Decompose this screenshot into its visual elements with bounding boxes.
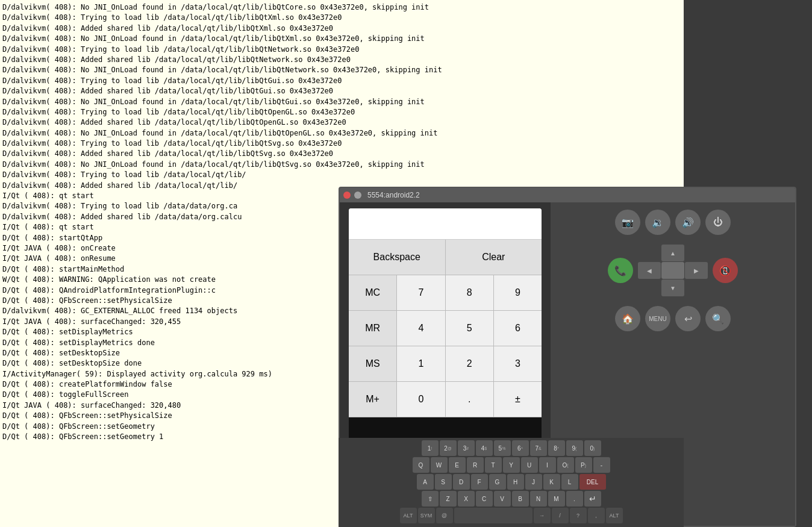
volume-up-button[interactable]: 🔊 bbox=[675, 210, 701, 235]
calc-row-456: MR 4 5 6 bbox=[349, 311, 542, 346]
mr-button[interactable]: MR bbox=[349, 311, 397, 346]
key-i[interactable]: I bbox=[539, 457, 556, 473]
key-sym[interactable]: SYM bbox=[418, 508, 435, 523]
key-z[interactable]: Z bbox=[440, 491, 457, 507]
search-button[interactable]: 🔍 bbox=[705, 306, 731, 331]
home-button[interactable]: 🏠 bbox=[615, 306, 640, 331]
key-alt-right[interactable]: ALT bbox=[606, 508, 623, 523]
key-y[interactable]: Y bbox=[503, 457, 520, 473]
backspace-button[interactable]: Backspace bbox=[349, 240, 446, 275]
key-v[interactable]: V bbox=[494, 491, 511, 507]
key-question[interactable]: ? bbox=[570, 508, 587, 523]
terminal-line: D/dalvikvm( 408): No JNI_OnLoad found in… bbox=[2, 160, 681, 170]
three-button[interactable]: 3 bbox=[494, 346, 542, 381]
one-button[interactable]: 1 bbox=[397, 346, 445, 381]
end-call-button[interactable]: 📵 bbox=[713, 258, 738, 283]
terminal-line: D/dalvikvm( 408): Added shared lib /data… bbox=[2, 149, 681, 159]
volume-down-button[interactable]: 🔉 bbox=[645, 210, 670, 235]
key-q[interactable]: Q bbox=[413, 457, 429, 473]
key-d[interactable]: D bbox=[453, 474, 470, 490]
back-button[interactable]: ↩ bbox=[675, 306, 701, 331]
dot-button[interactable]: . bbox=[446, 382, 494, 417]
key-enter[interactable]: ↵ bbox=[584, 491, 601, 507]
key-8[interactable]: 8* bbox=[548, 440, 565, 456]
key-j[interactable]: J bbox=[525, 474, 542, 490]
key-2[interactable]: 2@ bbox=[440, 440, 457, 456]
eight-button[interactable]: 8 bbox=[446, 275, 494, 310]
key-9[interactable]: 9( bbox=[566, 440, 583, 456]
five-button[interactable]: 5 bbox=[446, 311, 494, 346]
terminal-line: D/dalvikvm( 408): No JNI_OnLoad found in… bbox=[2, 34, 681, 44]
keyboard-row-qwerty: Q W E R T Y U I O{ P} - bbox=[341, 457, 681, 473]
key-c[interactable]: C bbox=[476, 491, 493, 507]
key-period[interactable]: . bbox=[566, 491, 583, 507]
plusminus-button[interactable]: ± bbox=[494, 382, 542, 417]
terminal-line: D/dalvikvm( 408): Trying to load lib /da… bbox=[2, 45, 681, 55]
key-e[interactable]: E bbox=[449, 457, 466, 473]
key-space[interactable] bbox=[454, 508, 532, 523]
calculator-app: Backspace Clear MC 7 8 9 MR 4 5 bbox=[349, 208, 542, 417]
zero-button[interactable]: 0 bbox=[397, 382, 445, 417]
nine-button[interactable]: 9 bbox=[494, 275, 542, 310]
key-comma[interactable]: , bbox=[588, 508, 605, 523]
key-k[interactable]: K bbox=[543, 474, 560, 490]
key-n[interactable]: N bbox=[530, 491, 547, 507]
minimize-button[interactable] bbox=[354, 192, 361, 199]
key-m[interactable]: M bbox=[548, 491, 565, 507]
key-7[interactable]: 7& bbox=[530, 440, 547, 456]
key-del[interactable]: DEL bbox=[579, 474, 606, 490]
power-button[interactable]: ⏻ bbox=[705, 210, 731, 235]
key-s[interactable]: S bbox=[435, 474, 452, 490]
key-5[interactable]: 5% bbox=[494, 440, 511, 456]
dpad-up-button[interactable]: ▲ bbox=[661, 245, 684, 261]
mplus-button[interactable]: M+ bbox=[349, 382, 397, 417]
clear-button[interactable]: Clear bbox=[446, 240, 542, 275]
dpad-right-button[interactable]: ▶ bbox=[685, 262, 708, 279]
terminal-line: D/dalvikvm( 408): Trying to load lib /da… bbox=[2, 76, 681, 86]
key-4[interactable]: 4$ bbox=[476, 440, 493, 456]
key-alt-left[interactable]: ALT bbox=[400, 508, 417, 523]
dpad-left-button[interactable]: ◀ bbox=[638, 262, 661, 279]
key-slash[interactable]: / bbox=[552, 508, 569, 523]
key-t[interactable]: T bbox=[485, 457, 502, 473]
key-b[interactable]: B bbox=[512, 491, 529, 507]
ms-button[interactable]: MS bbox=[349, 346, 397, 381]
terminal-line: D/dalvikvm( 408): No JNI_OnLoad found in… bbox=[2, 65, 681, 75]
call-button[interactable]: 📞 bbox=[608, 258, 633, 283]
camera-button[interactable]: 📷 bbox=[615, 210, 640, 235]
key-3[interactable]: 3# bbox=[458, 440, 475, 456]
key-l[interactable]: L bbox=[561, 474, 578, 490]
key-g[interactable]: G bbox=[489, 474, 506, 490]
key-1[interactable]: 1! bbox=[422, 440, 439, 456]
key-r[interactable]: R bbox=[467, 457, 484, 473]
keyboard-row-zxcv: ⇧ Z X C V B N M . ↵ bbox=[341, 491, 681, 507]
key-o[interactable]: O{ bbox=[557, 457, 574, 473]
key-x[interactable]: X bbox=[458, 491, 475, 507]
menu-button[interactable]: MENU bbox=[645, 306, 670, 331]
dpad-center-button[interactable] bbox=[661, 262, 684, 279]
two-button[interactable]: 2 bbox=[446, 346, 494, 381]
close-button[interactable] bbox=[343, 192, 351, 199]
key-6[interactable]: 6^ bbox=[512, 440, 529, 456]
four-button[interactable]: 4 bbox=[397, 311, 445, 346]
terminal-line: D/dalvikvm( 408): Trying to load lib /da… bbox=[2, 139, 681, 149]
key-at[interactable]: @ bbox=[436, 508, 453, 523]
mc-button[interactable]: MC bbox=[349, 275, 397, 310]
key-arrow-right[interactable]: → bbox=[534, 508, 551, 523]
key-h[interactable]: H bbox=[507, 474, 524, 490]
key-minus[interactable]: - bbox=[593, 457, 610, 473]
key-0[interactable]: 0) bbox=[584, 440, 601, 456]
terminal-line: D/dalvikvm( 408): Added shared lib /data… bbox=[2, 86, 681, 96]
emulator-titlebar: 5554:android2.2 bbox=[340, 188, 795, 202]
key-a[interactable]: A bbox=[417, 474, 434, 490]
six-button[interactable]: 6 bbox=[494, 311, 542, 346]
key-u[interactable]: U bbox=[521, 457, 538, 473]
calc-row-123: MS 1 2 3 bbox=[349, 346, 542, 382]
seven-button[interactable]: 7 bbox=[397, 275, 445, 310]
key-w[interactable]: W bbox=[431, 457, 448, 473]
dpad-down-button[interactable]: ▼ bbox=[661, 279, 684, 296]
key-f[interactable]: F bbox=[471, 474, 488, 490]
key-p[interactable]: P} bbox=[575, 457, 592, 473]
key-shift[interactable]: ⇧ bbox=[422, 491, 439, 507]
terminal-line: D/dalvikvm( 408): No JNI_OnLoad found in… bbox=[2, 2, 681, 13]
